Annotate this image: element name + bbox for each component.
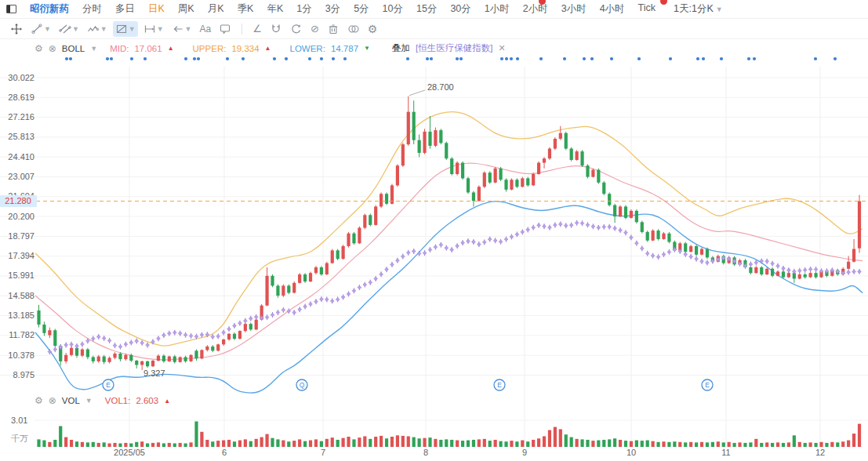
period-tab-10分[interactable]: 10分: [383, 2, 403, 16]
svg-text:24.410: 24.410: [8, 152, 35, 162]
svg-text:15.991: 15.991: [8, 270, 35, 280]
period-tab-月K[interactable]: 月K: [208, 2, 224, 16]
period-tab-分时[interactable]: 分时: [82, 2, 102, 16]
period-tab-季K[interactable]: 季K: [238, 2, 254, 16]
period-tab-年K[interactable]: 年K: [267, 2, 283, 16]
event-marker-E[interactable]: E: [702, 379, 713, 390]
svg-text:14.588: 14.588: [8, 291, 35, 300]
triangle-up-icon: ▲: [164, 397, 170, 405]
period-tab-周K[interactable]: 周K: [178, 2, 194, 16]
period-nav-bar: 昭衍新药 分时多日日K周K月K季K年K1分3分5分10分15分30分1小时2小时…: [0, 0, 868, 19]
trough-price-annotation: 9.327: [143, 368, 165, 378]
period-tab-3小时[interactable]: 3小时: [561, 2, 587, 16]
volume-axis-unit: 千万: [11, 434, 28, 443]
overlay-index-series: [48, 220, 861, 354]
indicator-settings-gear-icon[interactable]: ⚙: [35, 396, 43, 405]
measure-icon[interactable]: ▼: [141, 21, 166, 37]
boll-upper-band: [35, 112, 863, 346]
gear-icon[interactable]: ⚙: [365, 21, 380, 37]
period-tab-15分[interactable]: 15分: [416, 2, 437, 16]
period-tab-1小时[interactable]: 1小时: [485, 2, 510, 16]
period-selector[interactable]: 1天:1分K ▼: [674, 2, 723, 16]
angle-icon[interactable]: ∠: [250, 21, 264, 36]
vol1-label: VOL1:: [105, 396, 131, 405]
ban-icon[interactable]: ⊘: [308, 21, 321, 36]
trend-line-icon[interactable]: ▼: [28, 21, 53, 37]
period-tab-30分[interactable]: 30分: [450, 2, 470, 16]
overlay-add-button[interactable]: 叠加: [392, 42, 410, 54]
main-chart[interactable]: 30.02228.61927.21625.81324.41023.00721.6…: [0, 39, 868, 461]
period-selector-label: 1天:1分K: [674, 2, 714, 16]
move-icon[interactable]: [8, 21, 25, 37]
toolbar-divider: [242, 24, 242, 34]
svg-text:17.394: 17.394: [8, 251, 35, 260]
x-axis-tick: 10: [626, 448, 636, 457]
indicator-name[interactable]: BOLL: [62, 44, 85, 53]
indicator-remove-icon[interactable]: ⊗: [49, 44, 56, 53]
overlay-close-icon[interactable]: ✕: [498, 43, 505, 53]
boll-upper-value: 19.334: [231, 44, 259, 53]
svg-text:27.216: 27.216: [8, 112, 35, 122]
chevron-down-icon[interactable]: ▼: [85, 397, 93, 405]
x-axis-tick: 11: [721, 448, 730, 457]
period-tab-1分[interactable]: 1分: [296, 2, 311, 16]
comment-icon[interactable]: [216, 21, 234, 37]
svg-text:21.280: 21.280: [5, 196, 31, 205]
triangle-up-icon: ▲: [168, 45, 174, 52]
svg-text:E: E: [106, 381, 111, 389]
svg-text:8.975: 8.975: [13, 370, 35, 379]
svg-text:E: E: [497, 381, 502, 389]
overlay-index-name[interactable]: [恒生医疗保健指数]: [416, 42, 492, 54]
drawing-toolbar: ▼▼▼▼▼▼Aa∠⊘⚙: [0, 19, 868, 39]
vol-indicator-row: ⚙ ⊗ VOL ▼ VOL1: 2.603 ▲: [35, 396, 170, 405]
event-marker-E[interactable]: E: [494, 379, 505, 390]
indicator-name[interactable]: VOL: [62, 396, 80, 405]
x-axis-tick: 12: [815, 448, 825, 457]
period-tab-5分[interactable]: 5分: [354, 2, 369, 16]
chevron-down-icon: ▼: [716, 5, 723, 13]
boll-mid-label: MID:: [110, 44, 129, 53]
triangle-up-icon: ▲: [265, 45, 271, 52]
period-tab-多日[interactable]: 多日: [115, 2, 135, 16]
repeat-icon[interactable]: [288, 21, 305, 37]
period-tab-4小时[interactable]: 4小时: [600, 2, 625, 16]
peak-price-annotation: 28.700: [427, 82, 454, 92]
stock-name[interactable]: 昭衍新药: [30, 2, 69, 16]
event-marker-E[interactable]: E: [103, 379, 114, 390]
pattern-icon[interactable]: ▼: [113, 21, 138, 37]
window-layout-icon[interactable]: [6, 5, 16, 13]
period-tab-Tick[interactable]: Tick: [638, 2, 656, 16]
period-tab-3分[interactable]: 3分: [325, 2, 340, 16]
period-tab-2小时[interactable]: 2小时: [523, 2, 548, 16]
vol1-value: 2.603: [136, 396, 158, 405]
boll-mid-value: 17.061: [134, 44, 162, 53]
boll-lower-label: LOWER:: [290, 44, 325, 53]
chevron-down-icon[interactable]: ▼: [90, 45, 97, 53]
trash-icon[interactable]: [325, 21, 342, 37]
triangle-down-icon: ▼: [364, 45, 370, 52]
volume-series: [37, 421, 861, 447]
svg-text:Q: Q: [300, 381, 305, 389]
compare-circles-icon[interactable]: [345, 21, 362, 37]
wave-icon[interactable]: ▼: [85, 21, 110, 37]
svg-text:28.619: 28.619: [8, 93, 35, 102]
boll-indicator-row: ⚙ ⊗ BOLL ▼ MID: 17.061 ▲ UPPER: 19.334 ▲…: [35, 42, 506, 54]
x-axis-tick: 9: [522, 448, 527, 457]
period-tab-日K[interactable]: 日K: [148, 2, 165, 16]
x-axis-tick: 8: [423, 448, 428, 457]
period-tabs: 分时多日日K周K月K季K年K1分3分5分10分15分30分1小时2小时3小时4小…: [82, 2, 656, 16]
x-axis-tick: 2025/05: [114, 448, 145, 457]
magnet-icon[interactable]: [267, 21, 285, 37]
event-marker-Q[interactable]: Q: [296, 379, 307, 390]
text-tool-icon[interactable]: Aa: [198, 22, 214, 36]
boll-upper-label: UPPER:: [193, 44, 227, 53]
trading-app-window: 昭衍新药 分时多日日K周K月K季K年K1分3分5分10分15分30分1小时2小时…: [0, 0, 868, 461]
svg-text:20.200: 20.200: [8, 212, 35, 221]
x-axis-tick: 6: [222, 448, 227, 457]
indicator-settings-gear-icon[interactable]: ⚙: [35, 44, 43, 53]
channel-icon[interactable]: ▼: [56, 21, 82, 37]
svg-text:18.797: 18.797: [8, 231, 35, 241]
indicator-remove-icon[interactable]: ⊗: [49, 396, 56, 405]
arrow-left-icon[interactable]: ▼: [169, 21, 194, 37]
boll-lower-value: 14.787: [331, 44, 358, 53]
